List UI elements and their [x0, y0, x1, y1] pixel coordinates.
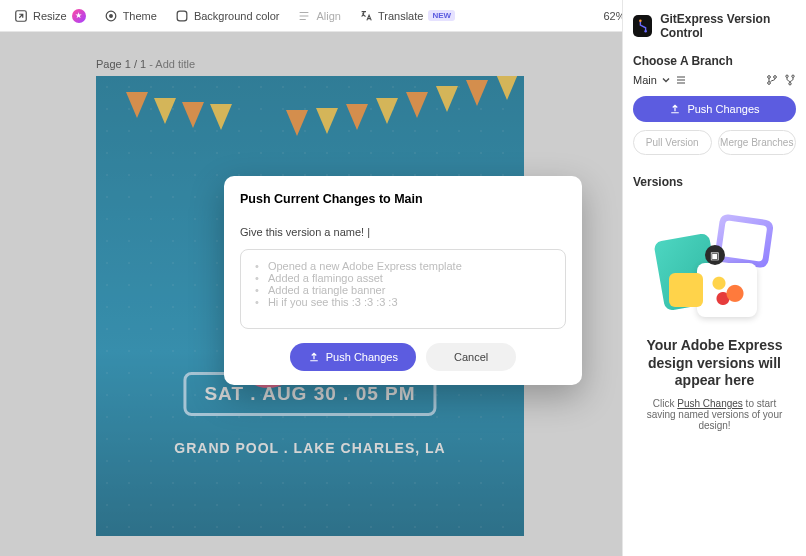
theme-button[interactable]: Theme	[104, 9, 157, 23]
gitexpress-panel: GitExpress Version Control Choose A Bran…	[622, 0, 806, 556]
note-item: Added a triangle banner	[255, 284, 551, 296]
resize-icon	[14, 9, 28, 23]
list-icon[interactable]	[675, 74, 687, 86]
gitexpress-logo	[633, 15, 652, 37]
svg-point-7	[644, 30, 646, 32]
panel-title: GitExpress Version Control	[660, 12, 796, 40]
align-icon	[297, 9, 311, 23]
dialog-cancel-button[interactable]: Cancel	[426, 343, 516, 371]
translate-icon	[359, 9, 373, 23]
panel-header: GitExpress Version Control	[633, 12, 796, 40]
pull-version-button[interactable]: Pull Version	[633, 130, 712, 155]
note-item: Added a flamingo asset	[255, 272, 551, 284]
svg-point-6	[639, 20, 641, 22]
svg-point-10	[768, 82, 771, 85]
upload-icon	[308, 351, 320, 363]
theme-icon	[104, 9, 118, 23]
svg-rect-3	[177, 11, 187, 21]
svg-point-9	[774, 76, 777, 79]
translate-button[interactable]: Translate NEW	[359, 9, 455, 23]
versions-heading: Your Adobe Express design versions will …	[639, 337, 790, 390]
versions-illustration: ▣	[655, 207, 775, 327]
merge-branches-button[interactable]: Merge Branches	[718, 130, 797, 155]
push-dialog: Push Current Changes to Main Opened a ne…	[224, 176, 582, 385]
align-button: Align	[297, 9, 340, 23]
branch-selector[interactable]: Main	[633, 74, 657, 86]
bgcolor-button[interactable]: Background color	[175, 9, 280, 23]
svg-point-2	[109, 14, 112, 17]
chevron-down-icon[interactable]	[661, 75, 671, 85]
dialog-push-button[interactable]: Push Changes	[290, 343, 416, 371]
version-name-input[interactable]	[240, 226, 566, 239]
dialog-title: Push Current Changes to Main	[240, 192, 566, 206]
bgcolor-label: Background color	[194, 10, 280, 22]
resize-label: Resize	[33, 10, 67, 22]
upload-icon	[669, 103, 681, 115]
theme-label: Theme	[123, 10, 157, 22]
versions-subtext: Click Push Changes to start saving named…	[633, 398, 796, 431]
changes-notes[interactable]: Opened a new Adobe Express template Adde…	[240, 249, 566, 329]
note-item: Hi if you see this :3 :3 :3 :3	[255, 296, 551, 308]
versions-empty-state: ▣ Your Adobe Express design versions wil…	[633, 199, 796, 431]
new-badge: NEW	[428, 10, 455, 21]
svg-point-12	[792, 75, 794, 77]
premium-icon: ★	[72, 9, 86, 23]
branch-icon[interactable]	[766, 74, 778, 86]
svg-point-8	[768, 76, 771, 79]
svg-point-11	[786, 75, 788, 77]
align-label: Align	[316, 10, 340, 22]
bgcolor-icon	[175, 9, 189, 23]
translate-label: Translate	[378, 10, 423, 22]
folder-icon: ▣	[705, 245, 725, 265]
push-changes-button[interactable]: Push Changes	[633, 96, 796, 122]
resize-button[interactable]: Resize ★	[14, 9, 86, 23]
choose-branch-title: Choose A Branch	[633, 54, 796, 68]
versions-title: Versions	[633, 175, 796, 189]
note-item: Opened a new Adobe Express template	[255, 260, 551, 272]
svg-point-13	[789, 83, 791, 85]
fork-icon[interactable]	[784, 74, 796, 86]
push-changes-link[interactable]: Push Changes	[677, 398, 743, 409]
